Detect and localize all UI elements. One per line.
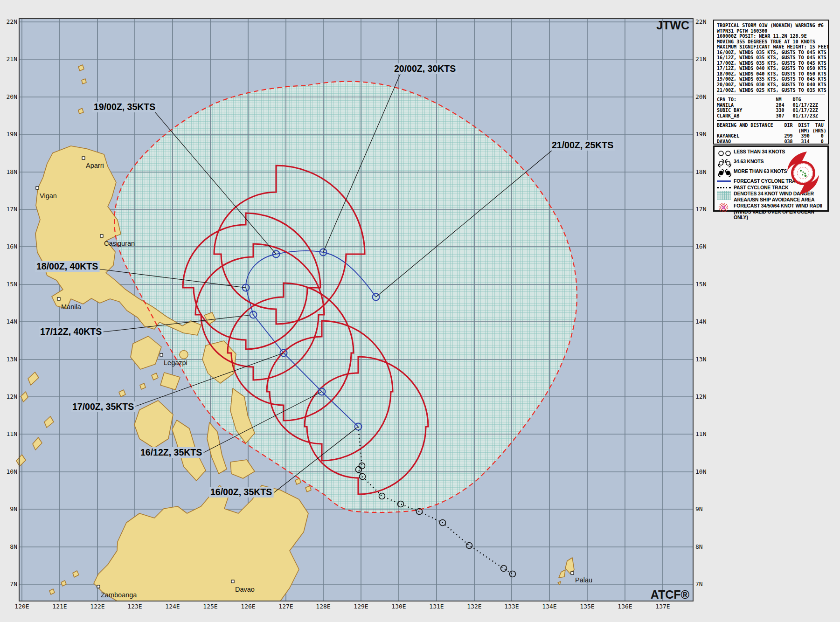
city-marker: [36, 187, 39, 189]
danger-area-swatch-icon: [717, 191, 731, 200]
lon-tick-label: 125E: [203, 603, 217, 610]
danger-area-swatch-icon: [717, 191, 734, 200]
bearing-line: BEARING AND DISTANCE DIR DIST TAU: [717, 123, 825, 128]
city-marker: [231, 580, 234, 583]
lat-tick-label-right: 18N: [695, 168, 706, 175]
city-marker: [100, 235, 103, 237]
warning-line: WTPN31 PGTW 160300: [717, 28, 825, 34]
lon-tick-label: 120E: [14, 603, 29, 610]
lat-tick-label-right: 7N: [695, 581, 703, 587]
forecast-label: 20/00Z, 30KTS: [394, 63, 456, 74]
warning-line: 16/12Z, WINDS 035 KTS, GUSTS TO 045 KTS: [717, 55, 825, 61]
forecast-label: 17/12Z, 40KTS: [40, 326, 102, 337]
warning-line: MAXIMUM SIGNIFICANT WAVE HEIGHT: 15 FEET: [717, 44, 825, 50]
lat-tick-label-right: 11N: [695, 430, 706, 437]
cpa-line: CPA TO: NM DTG: [717, 97, 825, 103]
lat-tick-label-left: 11N: [7, 430, 17, 437]
lat-tick-label-left: 7N: [10, 581, 17, 587]
lat-tick-label-left: 9N: [10, 505, 17, 512]
past-track-line-icon: [717, 185, 734, 188]
lt34-icon: [717, 149, 734, 158]
warning-line: 20/00Z, WINDS 030 KTS, GUSTS TO 040 KTS: [717, 82, 825, 88]
lat-tick-label-right: 13N: [695, 356, 706, 363]
legend-panel: LESS THAN 34 KNOTS34-63 KNOTSMORE THAN 6…: [713, 145, 829, 212]
lat-tick-label-right: 15N: [695, 281, 706, 288]
lat-tick-label-right: 8N: [695, 543, 703, 550]
legend-label: LESS THAN 34 KNOTS: [734, 149, 785, 155]
lat-tick-label-left: 12N: [7, 393, 17, 400]
lon-tick-label: 130E: [391, 603, 406, 610]
legend-label: MORE THAN 63 KNOTS: [734, 168, 787, 174]
bearing-distance-table: BEARING AND DISTANCE DIR DIST TAU (NM) (…: [717, 123, 825, 144]
warning-line: 160000Z POSIT: NEAR 11.2N 128.9E: [717, 34, 825, 39]
legend-label: PAST CYCLONE TRACK: [734, 185, 789, 191]
legend-label: FORECAST 34/50/64 KNOT WIND RADII(WINDS …: [734, 203, 825, 221]
lat-tick-label-right: 10N: [695, 468, 706, 475]
lon-tick-label: 122E: [90, 603, 104, 610]
jtwc-seal-logo: [783, 151, 824, 197]
island-marinduque: [180, 350, 188, 359]
warning-line: 16/00Z, WINDS 035 KTS, GUSTS TO 045 KTS: [717, 50, 825, 55]
lat-tick-label-left: 14N: [7, 318, 17, 325]
lon-tick-label: 136E: [618, 603, 632, 610]
panel-divider: [717, 95, 825, 95]
bearing-line: KAYANGEL 299 390 0: [717, 133, 825, 139]
lat-tick-label-left: 18N: [7, 168, 17, 175]
warning-text-block: TROPICAL STORM 01W (NOKAEN) WARNING #6WT…: [717, 23, 825, 93]
lon-tick-label: 134E: [542, 603, 556, 610]
city-marker: [97, 585, 100, 588]
warning-line: 17/12Z, WINDS 040 KTS, GUSTS TO 050 KTS: [717, 66, 825, 71]
city-label: Casiguran: [104, 240, 135, 247]
past-track-line-icon: [717, 187, 731, 188]
lat-tick-label-right: 20N: [695, 93, 706, 100]
lon-tick-label: 129E: [354, 603, 368, 610]
forecast-label: 16/00Z, 35KTS: [210, 487, 272, 497]
forecast-label: 21/00Z, 25KTS: [552, 140, 613, 150]
lon-tick-label: 133E: [504, 603, 519, 610]
cpa-line: SUBIC_BAY 330 01/17/22Z: [717, 108, 825, 113]
lon-tick-label: 135E: [580, 603, 594, 610]
cpa-line: CLARK_AB 307 01/17/23Z: [717, 113, 825, 119]
jtwc-watermark: JTWC: [656, 19, 689, 32]
lat-tick-label-right: 9N: [695, 505, 703, 512]
wind-radii-icon: [717, 203, 733, 212]
city-label: Legazpi: [164, 359, 187, 366]
ts-34-63-icon: [717, 159, 733, 168]
lon-tick-label: 123E: [127, 603, 142, 610]
lon-tick-label: 127E: [278, 603, 293, 610]
lat-tick-label-left: 22N: [7, 18, 17, 25]
lt34-icon: [717, 149, 733, 158]
lon-tick-label: 131E: [429, 603, 444, 610]
legend-label: 34-63 KNOTS: [734, 159, 764, 165]
city-marker: [571, 572, 574, 574]
ts-34-63-icon: [717, 159, 734, 168]
gt63-icon: [717, 168, 734, 178]
lat-tick-label-right: 17N: [695, 206, 706, 213]
lat-tick-label-left: 15N: [7, 281, 17, 288]
lat-tick-label-right: 21N: [695, 55, 706, 62]
lon-tick-label: 121E: [52, 603, 67, 610]
panel-divider: [717, 120, 825, 121]
lat-tick-label-left: 8N: [10, 543, 17, 550]
cpa-table: CPA TO: NM DTGMANILA 284 01/17/22ZSUBIC_…: [717, 97, 825, 118]
lon-tick-label: 126E: [241, 603, 255, 610]
warning-line: 18/00Z, WINDS 040 KTS, GUSTS TO 050 KTS: [717, 71, 825, 77]
warning-line: 21/00Z, WINDS 025 KTS, GUSTS TO 035 KTS: [717, 88, 825, 93]
city-label: Aparri: [86, 162, 104, 169]
lat-tick-label-left: 10N: [7, 468, 17, 475]
forecast-label: 17/00Z, 35KTS: [72, 401, 134, 412]
city-marker: [57, 297, 60, 300]
lat-tick-label-left: 20N: [7, 93, 17, 100]
warning-line: TROPICAL STORM 01W (NOKAEN) WARNING #6: [717, 23, 825, 28]
city-marker: [160, 353, 163, 356]
forecast-track-line-icon: [717, 178, 734, 182]
lat-tick-label-right: 16N: [695, 243, 706, 250]
lat-tick-label-right: 19N: [695, 131, 706, 138]
forecast-label: 19/00Z, 35KTS: [94, 102, 155, 112]
atcf-screen: 16/00Z, 35KTS16/12Z, 35KTS17/00Z, 35KTS1…: [0, 0, 840, 622]
lon-tick-label: 124E: [165, 603, 180, 610]
lat-tick-label-left: 16N: [7, 243, 17, 250]
lat-tick-label-left: 21N: [7, 55, 17, 62]
city-label: Vigan: [40, 192, 57, 200]
city-label: Davao: [235, 586, 255, 593]
